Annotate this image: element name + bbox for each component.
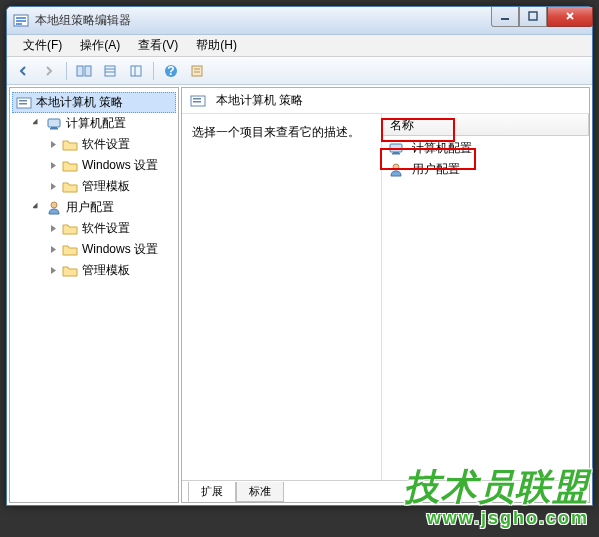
- policy-icon: [16, 95, 32, 111]
- details-view-button[interactable]: [124, 60, 148, 82]
- svg-rect-30: [392, 153, 400, 155]
- details-body: 选择一个项目来查看它的描述。 名称 计算机配置 用户配置: [182, 114, 589, 480]
- folder-icon: [62, 263, 78, 279]
- expand-icon[interactable]: [48, 139, 59, 150]
- svg-rect-19: [19, 100, 27, 102]
- svg-rect-28: [390, 144, 402, 152]
- expand-icon[interactable]: [48, 160, 59, 171]
- menu-view[interactable]: 查看(V): [130, 35, 186, 56]
- tree-label: 用户配置: [66, 199, 114, 216]
- maximize-button[interactable]: [519, 7, 547, 27]
- properties-button[interactable]: [185, 60, 209, 82]
- svg-rect-8: [105, 66, 115, 76]
- description-text: 选择一个项目来查看它的描述。: [192, 124, 371, 141]
- svg-rect-29: [393, 152, 399, 153]
- svg-rect-26: [193, 98, 201, 100]
- list-item-label: 计算机配置: [412, 140, 472, 157]
- window-title: 本地组策略编辑器: [35, 12, 491, 29]
- view-mode-button[interactable]: [72, 60, 96, 82]
- svg-rect-1: [16, 17, 26, 19]
- folder-icon: [62, 158, 78, 174]
- tree-label: 软件设置: [82, 220, 130, 237]
- tree-label: Windows 设置: [82, 157, 158, 174]
- tree-label: 软件设置: [82, 136, 130, 153]
- window-controls: [491, 7, 593, 27]
- policy-icon: [190, 93, 206, 109]
- menu-bar: 文件(F) 操作(A) 查看(V) 帮助(H): [7, 35, 592, 57]
- svg-rect-27: [193, 101, 201, 103]
- svg-text:?: ?: [167, 64, 174, 78]
- svg-rect-15: [192, 66, 202, 76]
- tree-admin-templates[interactable]: 管理模板: [44, 176, 176, 197]
- list-item-user-config[interactable]: 用户配置: [382, 159, 589, 180]
- svg-rect-20: [19, 103, 27, 105]
- details-header: 本地计算机 策略: [182, 88, 589, 114]
- folder-icon: [62, 137, 78, 153]
- tree-windows-settings[interactable]: Windows 设置: [44, 155, 176, 176]
- svg-rect-6: [77, 66, 83, 76]
- menu-action[interactable]: 操作(A): [72, 35, 128, 56]
- minimize-button[interactable]: [491, 7, 519, 27]
- tree-label: 管理模板: [82, 262, 130, 279]
- folder-icon: [62, 221, 78, 237]
- list-item-computer-config[interactable]: 计算机配置: [382, 138, 589, 159]
- column-header-name[interactable]: 名称: [382, 114, 589, 135]
- toolbar-separator: [153, 62, 154, 80]
- title-bar[interactable]: 本地组策略编辑器: [7, 7, 592, 35]
- tree-windows-settings[interactable]: Windows 设置: [44, 239, 176, 260]
- tab-standard[interactable]: 标准: [236, 482, 284, 502]
- svg-rect-7: [85, 66, 91, 76]
- folder-icon: [62, 179, 78, 195]
- list-view-button[interactable]: [98, 60, 122, 82]
- content-area: 本地计算机 策略 计算机配置 软件设置: [7, 85, 592, 505]
- tab-extended[interactable]: 扩展: [188, 482, 236, 502]
- menu-file[interactable]: 文件(F): [15, 35, 70, 56]
- svg-point-24: [51, 202, 57, 208]
- svg-rect-23: [50, 128, 58, 130]
- computer-icon: [46, 116, 62, 132]
- tree-label: 计算机配置: [66, 115, 126, 132]
- description-column: 选择一个项目来查看它的描述。: [182, 114, 382, 480]
- tree-label: Windows 设置: [82, 241, 158, 258]
- tree-software-settings[interactable]: 软件设置: [44, 218, 176, 239]
- user-icon: [388, 162, 404, 178]
- back-button[interactable]: [11, 60, 35, 82]
- list-column: 名称 计算机配置 用户配置: [382, 114, 589, 480]
- computer-icon: [388, 141, 404, 157]
- column-header-row: 名称: [382, 114, 589, 136]
- tree-computer-config[interactable]: 计算机配置: [28, 113, 176, 134]
- details-pane: 本地计算机 策略 选择一个项目来查看它的描述。 名称 计算机配置: [181, 87, 590, 503]
- close-button[interactable]: [547, 7, 593, 27]
- svg-rect-2: [16, 20, 26, 22]
- help-button[interactable]: ?: [159, 60, 183, 82]
- svg-rect-3: [16, 23, 22, 25]
- toolbar-separator: [66, 62, 67, 80]
- tree-user-config[interactable]: 用户配置: [28, 197, 176, 218]
- toolbar: ?: [7, 57, 592, 85]
- tree-label: 管理模板: [82, 178, 130, 195]
- svg-rect-11: [131, 66, 141, 76]
- collapse-icon[interactable]: [32, 202, 43, 213]
- expand-icon[interactable]: [48, 265, 59, 276]
- tree-label: 本地计算机 策略: [36, 94, 123, 111]
- menu-help[interactable]: 帮助(H): [188, 35, 245, 56]
- tree-software-settings[interactable]: 软件设置: [44, 134, 176, 155]
- forward-button[interactable]: [37, 60, 61, 82]
- app-icon: [13, 13, 29, 29]
- expand-icon[interactable]: [48, 181, 59, 192]
- details-title: 本地计算机 策略: [216, 92, 303, 109]
- app-window: 本地组策略编辑器 文件(F) 操作(A) 查看(V) 帮助(H) ? 本地计算机…: [6, 6, 593, 506]
- collapse-icon[interactable]: [32, 118, 43, 129]
- tab-bar: 扩展 标准: [182, 480, 589, 502]
- watermark-url: www.jsgho.com: [404, 508, 589, 529]
- expand-icon[interactable]: [48, 244, 59, 255]
- tree-root-node[interactable]: 本地计算机 策略: [12, 92, 176, 113]
- svg-rect-5: [529, 12, 537, 20]
- tree-pane[interactable]: 本地计算机 策略 计算机配置 软件设置: [9, 87, 179, 503]
- user-icon: [46, 200, 62, 216]
- svg-rect-21: [48, 119, 60, 127]
- svg-rect-22: [51, 127, 57, 128]
- tree-admin-templates[interactable]: 管理模板: [44, 260, 176, 281]
- expand-icon[interactable]: [48, 223, 59, 234]
- svg-rect-4: [501, 18, 509, 20]
